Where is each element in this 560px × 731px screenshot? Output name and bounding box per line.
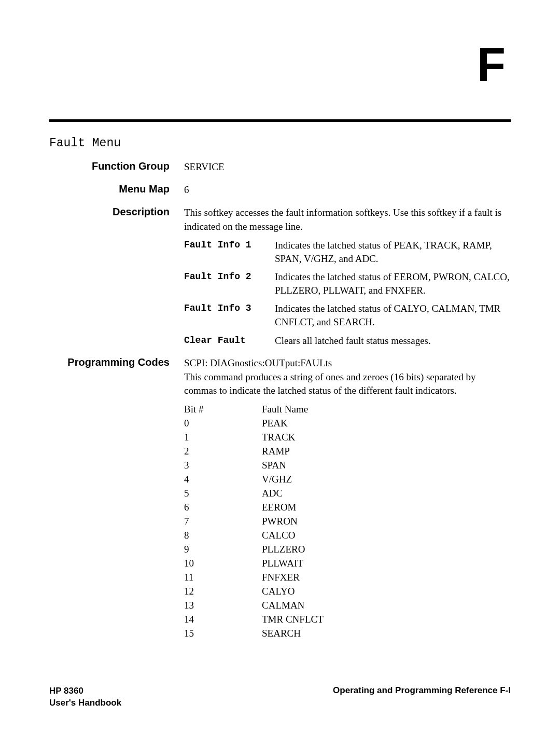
bit-name: PWRON — [262, 515, 298, 529]
description-term: Fault Info 3 — [184, 302, 275, 328]
bit-header-bit: Bit # — [184, 403, 262, 417]
bit-row: 5ADC — [184, 487, 511, 501]
bit-num: 15 — [184, 627, 262, 641]
row-description: Description This softkey accesses the fa… — [49, 206, 511, 347]
bit-num: 0 — [184, 417, 262, 431]
description-item: Fault Info 1 Indicates the latched statu… — [184, 239, 511, 265]
bit-num: 3 — [184, 459, 262, 473]
bit-row: 0PEAK — [184, 417, 511, 431]
row-menu-map: Menu Map 6 — [49, 183, 511, 197]
bit-name: TMR CNFLCT — [262, 613, 324, 627]
bit-name: ADC — [262, 487, 283, 501]
bit-name: PLLWAIT — [262, 557, 303, 571]
bit-num: 8 — [184, 529, 262, 543]
bit-name: CALYO — [262, 585, 295, 599]
bit-num: 7 — [184, 515, 262, 529]
footer-left-line2: User's Handbook — [49, 697, 121, 709]
bit-num: 1 — [184, 431, 262, 445]
description-term: Fault Info 1 — [184, 239, 275, 265]
description-item: Fault Info 2 Indicates the latched statu… — [184, 270, 511, 297]
description-def: Clears all latched fault status messages… — [275, 334, 511, 348]
bit-num: 2 — [184, 445, 262, 459]
bit-name: SPAN — [262, 459, 286, 473]
bit-num: 4 — [184, 473, 262, 487]
value-menu-map: 6 — [184, 183, 511, 197]
bit-name: V/GHZ — [262, 473, 292, 487]
description-def: Indicates the latched status of CALYO, C… — [275, 302, 511, 328]
divider — [49, 119, 511, 122]
description-item: Fault Info 3 Indicates the latched statu… — [184, 302, 511, 328]
bit-num: 13 — [184, 599, 262, 613]
bit-row: 1TRACK — [184, 431, 511, 445]
bit-name: TRACK — [262, 431, 295, 445]
row-programming: Programming Codes SCPI: DIAGnostics:OUTp… — [49, 356, 511, 640]
bit-row: 3SPAN — [184, 459, 511, 473]
bit-row: 8CALCO — [184, 529, 511, 543]
bit-row: 15SEARCH — [184, 627, 511, 641]
label-programming: Programming Codes — [67, 356, 170, 368]
bit-num: 11 — [184, 571, 262, 585]
value-function-group: SERVICE — [184, 160, 511, 174]
corner-letter: F — [477, 42, 506, 88]
bit-row: 13CALMAN — [184, 599, 511, 613]
bit-name: SEARCH — [262, 627, 301, 641]
bit-row: 14TMR CNFLCT — [184, 613, 511, 627]
bit-num: 14 — [184, 613, 262, 627]
bit-num: 9 — [184, 543, 262, 557]
scpi-line: SCPI: DIAGnostics:OUTput:FAULts — [184, 356, 511, 370]
bit-row: 9PLLZERO — [184, 543, 511, 557]
bit-row: 7PWRON — [184, 515, 511, 529]
bit-header-name: Fault Name — [262, 403, 308, 417]
footer-right: Operating and Programming Reference F-l — [333, 685, 511, 696]
bit-num: 12 — [184, 585, 262, 599]
description-def: Indicates the latched status of EEROM, P… — [275, 270, 511, 297]
bit-num: 10 — [184, 557, 262, 571]
bit-name: FNFXER — [262, 571, 300, 585]
footer-left-line1: HP 8360 — [49, 685, 121, 697]
description-def: Indicates the latched status of PEAK, TR… — [275, 239, 511, 265]
bit-table: Bit # Fault Name 0PEAK 1TRACK 2RAMP 3SPA… — [184, 403, 511, 640]
bit-name: PLLZERO — [262, 543, 305, 557]
description-term: Fault Info 2 — [184, 270, 275, 297]
bit-name: CALMAN — [262, 599, 304, 613]
bit-header-row: Bit # Fault Name — [184, 403, 511, 417]
page-title: Fault Menu — [49, 136, 511, 150]
bit-row: 4V/GHZ — [184, 473, 511, 487]
bit-name: RAMP — [262, 445, 290, 459]
description-intro: This softkey accesses the fault informat… — [184, 206, 511, 233]
label-description: Description — [113, 206, 170, 217]
bit-row: 10PLLWAIT — [184, 557, 511, 571]
bit-name: EEROM — [262, 501, 297, 515]
programming-body: This command produces a string of ones a… — [184, 370, 511, 397]
bit-row: 6EEROM — [184, 501, 511, 515]
bit-row: 2RAMP — [184, 445, 511, 459]
description-item: Clear Fault Clears all latched fault sta… — [184, 334, 511, 348]
label-menu-map: Menu Map — [119, 183, 170, 195]
bit-num: 5 — [184, 487, 262, 501]
bit-row: 12CALYO — [184, 585, 511, 599]
bit-name: PEAK — [262, 417, 288, 431]
footer: HP 8360 User's Handbook Operating and Pr… — [49, 685, 511, 709]
row-function-group: Function Group SERVICE — [49, 160, 511, 174]
label-function-group: Function Group — [92, 160, 170, 172]
bit-name: CALCO — [262, 529, 295, 543]
bit-row: 11FNFXER — [184, 571, 511, 585]
bit-num: 6 — [184, 501, 262, 515]
description-term: Clear Fault — [184, 334, 275, 348]
